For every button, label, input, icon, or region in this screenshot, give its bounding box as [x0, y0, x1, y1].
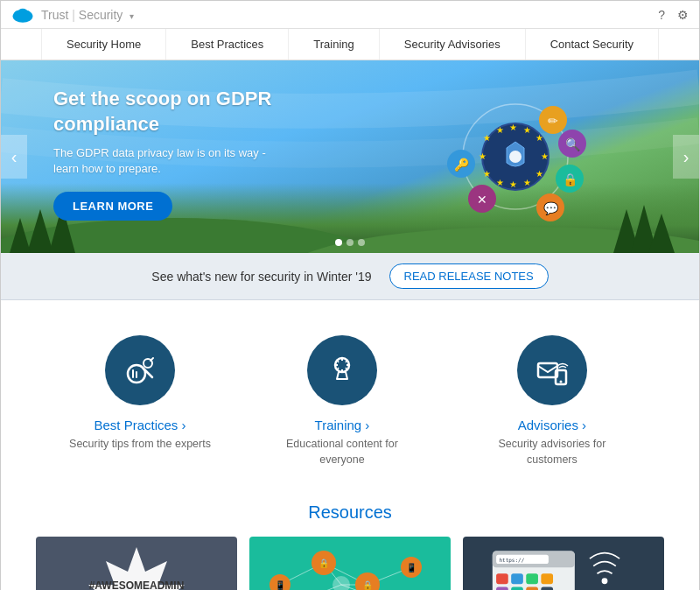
nav-item-security-home[interactable]: Security Home — [41, 29, 166, 60]
feature-advisories[interactable]: Advisories › Security advisories for cus… — [473, 335, 631, 467]
best-practices-icon — [105, 335, 175, 405]
carousel-next-button[interactable]: › — [673, 135, 699, 179]
svg-rect-43 — [538, 363, 557, 377]
header-title: Trust | Security ▾ — [41, 8, 134, 22]
svg-text:★: ★ — [536, 169, 543, 179]
svg-text:★: ★ — [509, 123, 517, 132]
feature-training[interactable]: Training › Educational content for every… — [263, 335, 421, 467]
svg-point-74 — [602, 578, 608, 584]
carousel-dots — [335, 239, 365, 246]
svg-text:https://: https:// — [500, 557, 525, 564]
svg-text:★: ★ — [479, 151, 486, 161]
svg-text:#AWESOMEADMIN: #AWESOMEADMIN — [89, 579, 185, 590]
carousel-dot-2[interactable] — [346, 239, 354, 246]
training-icon — [307, 335, 377, 405]
svg-text:💬: 💬 — [543, 201, 559, 216]
carousel-prev-button[interactable]: ‹ — [1, 135, 27, 179]
advisories-icon — [517, 335, 587, 405]
nav-item-contact-security[interactable]: Contact Security — [526, 29, 659, 60]
release-notes-button[interactable]: READ RELEASE NOTES — [389, 263, 549, 289]
svg-text:✕: ✕ — [477, 193, 487, 207]
features-section: Best Practices › Security tips from the … — [1, 300, 699, 494]
help-icon[interactable]: ? — [658, 8, 665, 22]
hero-illustration: ★ ★ ★ ★ ★ ★ ★ ★ ★ ★ ★ ★ — [437, 78, 594, 235]
resources-grid: #AWESOMEADMIN 📱 — [36, 537, 664, 590]
svg-text:🔍: 🔍 — [565, 137, 581, 152]
svg-rect-79 — [496, 587, 508, 590]
advisories-link[interactable]: Advisories › — [518, 418, 586, 432]
svg-rect-78 — [541, 573, 553, 584]
release-notes-bar: See what's new for security in Winter '1… — [1, 253, 699, 300]
hero-banner: Get the scoop on GDPR compliance The GDP… — [1, 60, 699, 253]
svg-rect-82 — [541, 587, 553, 590]
svg-text:★: ★ — [509, 179, 517, 189]
svg-text:★: ★ — [496, 178, 504, 187]
svg-rect-77 — [526, 573, 538, 584]
svg-point-26 — [509, 151, 522, 163]
training-link[interactable]: Training › — [315, 418, 370, 432]
svg-text:★: ★ — [523, 178, 531, 187]
svg-text:★: ★ — [536, 133, 543, 143]
salesforce-logo — [11, 7, 34, 23]
svg-rect-80 — [511, 587, 523, 590]
svg-text:★: ★ — [483, 133, 491, 143]
best-practices-link[interactable]: Best Practices › — [94, 418, 186, 432]
svg-text:★: ★ — [496, 125, 504, 135]
hero-cta-button[interactable]: LEARN MORE — [53, 192, 172, 221]
carousel-dot-3[interactable] — [358, 239, 365, 246]
svg-rect-75 — [496, 573, 508, 584]
svg-text:🔒: 🔒 — [318, 558, 330, 569]
svg-point-4 — [14, 11, 32, 21]
resource-card-awesome-admin[interactable]: #AWESOMEADMIN — [36, 537, 237, 590]
advisories-desc: Security advisories for customers — [473, 437, 631, 467]
resources-title: Resources — [36, 502, 664, 523]
svg-text:🔑: 🔑 — [454, 158, 470, 172]
svg-text:★: ★ — [483, 169, 491, 179]
nav-item-best-practices[interactable]: Best Practices — [166, 29, 289, 60]
release-bar-text: See what's new for security in Winter '1… — [151, 270, 371, 284]
svg-text:🔒: 🔒 — [563, 172, 578, 187]
carousel-dot-1[interactable] — [335, 239, 342, 246]
svg-rect-81 — [526, 587, 538, 590]
hero-text-block: Get the scoop on GDPR compliance The GDP… — [53, 87, 281, 221]
main-nav: Security Home Best Practices Training Se… — [1, 29, 699, 60]
nav-item-security-advisories[interactable]: Security Advisories — [380, 29, 526, 60]
hero-headline: Get the scoop on GDPR compliance — [53, 87, 281, 137]
header-right: ? ⚙ — [658, 8, 689, 22]
training-desc: Educational content for everyone — [263, 437, 421, 467]
resource-card-network[interactable]: 📱 🔒 🔒 📱 📱 📱 — [249, 537, 451, 590]
page-container: Trust | Security ▾ ? ⚙ Security Home Bes… — [0, 0, 700, 590]
feature-best-practices[interactable]: Best Practices › Security tips from the … — [69, 335, 211, 467]
svg-text:📱: 📱 — [275, 579, 286, 590]
svg-text:★: ★ — [541, 151, 549, 161]
resource-card-https[interactable]: https:// — [463, 537, 664, 590]
header: Trust | Security ▾ ? ⚙ — [1, 1, 699, 29]
svg-text:★: ★ — [523, 125, 531, 135]
settings-icon[interactable]: ⚙ — [677, 8, 689, 22]
header-left: Trust | Security ▾ — [11, 7, 134, 23]
resources-section: Resources #AWESOMEADMIN — [1, 494, 699, 590]
svg-point-45 — [559, 381, 562, 383]
svg-text:🔒: 🔒 — [362, 579, 374, 590]
best-practices-desc: Security tips from the experts — [69, 437, 211, 453]
svg-text:📱: 📱 — [406, 562, 417, 573]
dropdown-arrow-icon[interactable]: ▾ — [130, 11, 134, 21]
svg-text:✏: ✏ — [548, 114, 558, 128]
svg-rect-76 — [511, 573, 523, 584]
hero-subtext: The GDPR data privacy law is on its way … — [53, 145, 281, 177]
nav-item-training[interactable]: Training — [289, 29, 379, 60]
